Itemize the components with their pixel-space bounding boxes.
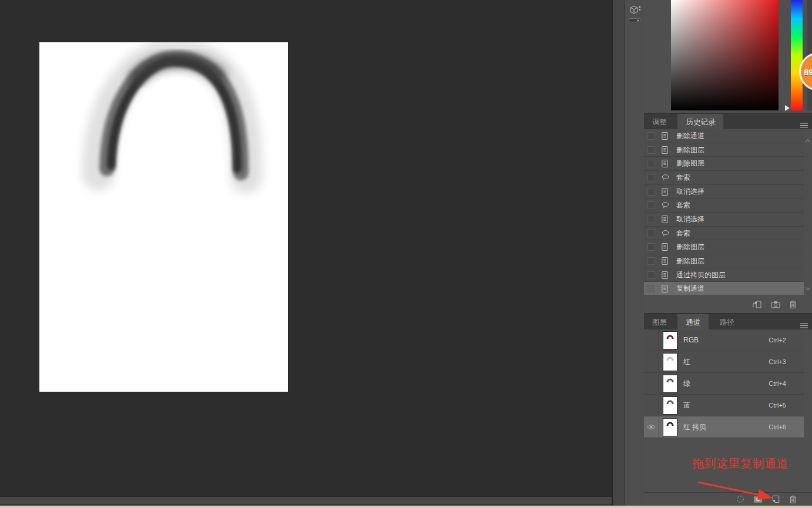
document-icon [661,243,670,251]
document-icon [661,132,670,140]
channel-shortcut: Ctrl+5 [769,402,786,409]
scroll-up-icon[interactable] [806,134,810,144]
document-icon [661,271,670,280]
saturation-brightness-field[interactable] [671,0,779,110]
history-brush-source-well[interactable] [647,243,655,251]
history-brush-source-well[interactable] [647,230,655,237]
history-state-row[interactable]: 套索 [644,227,804,241]
channel-name: 红 拷贝 [683,422,706,432]
photoshop-window: 89 调整 历史记录 删除通道删除图层删除图层套索取消选择套索取消选择套索删除图… [0,0,812,508]
canvas-area[interactable] [0,0,612,506]
visibility-toggle[interactable] [644,329,659,351]
channel-row[interactable]: 绿Ctrl+4 [644,373,804,395]
history-state-row[interactable]: 套索 [644,171,804,185]
tab-adjustments[interactable]: 调整 [644,114,675,130]
collapsed-toolbar-icon[interactable] [629,18,640,22]
tab-paths[interactable]: 路径 [712,314,743,331]
eye-icon [647,422,656,432]
document-icon [661,159,670,168]
document-canvas[interactable] [39,42,288,392]
delete-channel-icon[interactable] [789,495,797,504]
history-state-label: 删除通道 [676,131,704,141]
channel-row[interactable]: 红 拷贝Ctrl+6 [644,416,804,438]
history-state-row[interactable]: 通过拷贝的图层 [644,268,804,282]
history-state-label: 套索 [676,173,690,183]
history-state-label: 删除图层 [676,242,704,252]
history-state-label: 取消选择 [676,214,704,224]
channel-name: RGB [683,336,699,344]
scroll-down-icon[interactable] [806,282,810,292]
history-footer [644,296,812,313]
channel-shortcut: Ctrl+4 [769,380,786,387]
channel-thumbnail[interactable] [663,396,677,415]
channel-name: 蓝 [683,401,690,411]
history-state-label: 删除图层 [676,145,704,155]
history-brush-source-well[interactable] [647,271,655,279]
hue-slider-marker[interactable] [785,105,790,111]
collapsed-panel-dock [624,0,644,506]
history-state-label: 删除图层 [676,159,704,169]
channel-list: RGBCtrl+2红Ctrl+3绿Ctrl+4蓝Ctrl+5红 拷贝Ctrl+6 [644,329,804,438]
history-state-label: 复制通道 [676,284,704,294]
document-icon [661,215,670,224]
history-state-row[interactable]: 删除通道 [644,129,804,143]
color-picker-panel: 89 [644,0,812,113]
lasso-icon [661,230,670,237]
tab-history[interactable]: 历史记录 [677,114,723,130]
history-state-row[interactable]: 取消选择 [644,185,804,199]
status-bar [0,496,612,506]
history-state-row[interactable]: 套索 [644,199,804,213]
history-state-label: 删除图层 [676,256,704,266]
hair-image [39,42,288,392]
channel-thumbnail[interactable] [663,331,677,349]
annotation-arrow [691,476,785,505]
history-state-row[interactable]: 删除图层 [644,240,804,254]
channel-row[interactable]: 红Ctrl+3 [644,351,804,373]
visibility-toggle[interactable] [644,395,659,416]
history-brush-source-well[interactable] [647,132,655,140]
channel-thumbnail[interactable] [663,418,677,436]
visibility-toggle[interactable] [644,351,659,372]
channels-tab-bar: 图层 通道 路径 [644,313,812,329]
badge-value: 89 [804,67,812,77]
delete-state-icon[interactable] [789,300,797,309]
visibility-toggle[interactable] [644,416,659,438]
history-state-row[interactable]: 取消选择 [644,213,804,227]
channel-shortcut: Ctrl+3 [769,358,786,365]
channel-row[interactable]: 蓝Ctrl+5 [644,395,804,416]
history-brush-source-well[interactable] [647,201,655,209]
new-snapshot-icon[interactable] [771,301,780,308]
dock-divider-strip [612,0,624,506]
tab-channels[interactable]: 通道 [677,314,709,331]
history-scrollbar[interactable] [804,129,812,296]
history-brush-source-well[interactable] [647,174,655,181]
channel-row[interactable]: RGBCtrl+2 [644,329,804,351]
lasso-icon [661,174,670,181]
history-brush-source-well[interactable] [647,257,655,265]
taskbar-edge [0,506,812,508]
panel-column: 89 调整 历史记录 删除通道删除图层删除图层套索取消选择套索取消选择套索删除图… [644,0,812,506]
channel-shortcut: Ctrl+2 [769,337,786,344]
new-document-from-state-icon[interactable] [752,300,762,309]
channel-shortcut: Ctrl+6 [769,423,786,430]
history-brush-source-well[interactable] [647,216,655,223]
tab-layers[interactable]: 图层 [644,314,675,331]
history-brush-source-well[interactable] [647,160,655,167]
history-state-row[interactable]: 删除图层 [644,157,804,171]
channel-thumbnail[interactable] [663,353,677,371]
history-state-row[interactable]: 删除图层 [644,254,804,268]
history-brush-source-well[interactable] [647,285,655,292]
3d-panel-icon[interactable] [629,4,642,16]
history-brush-source-well[interactable] [647,146,655,154]
channel-thumbnail[interactable] [663,375,677,393]
history-state-row[interactable]: 复制通道 [644,282,804,296]
channel-name: 绿 [683,379,690,389]
history-state-row[interactable]: 删除图层 [644,143,804,157]
history-state-label: 套索 [676,200,690,210]
history-state-label: 通过拷贝的图层 [676,270,726,280]
hue-slider[interactable] [791,0,803,110]
visibility-toggle[interactable] [644,373,659,394]
history-brush-source-well[interactable] [647,188,655,196]
lasso-icon [661,201,670,209]
history-state-label: 套索 [676,228,690,238]
